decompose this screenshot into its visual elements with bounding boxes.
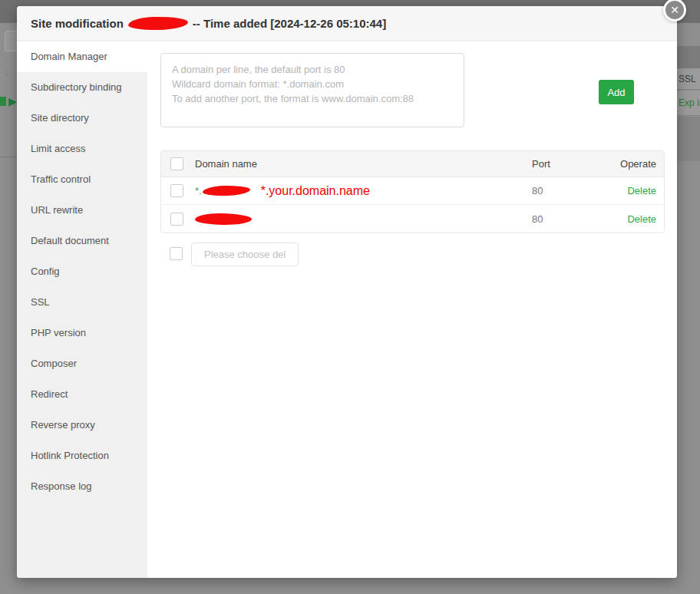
sidebar-item-hotlink-protection[interactable]: Hotlink Protection [17, 441, 147, 471]
table-row: *. *.your.domain.name 80 Delete [161, 177, 664, 205]
footer-select-checkbox[interactable] [170, 247, 183, 260]
ssl-column-label: SSL [679, 74, 696, 84]
sidebar-item-traffic-control[interactable]: Traffic control [17, 164, 147, 195]
redaction-scribble [128, 16, 188, 30]
background-divider [0, 157, 17, 157]
sidebar-item-default-document[interactable]: Default document [17, 226, 147, 256]
sidebar-item-config[interactable]: Config [17, 256, 147, 287]
sidebar-item-subdirectory-binding[interactable]: Subdirectory binding [17, 72, 147, 103]
sort-arrow-icon: ↓ [4, 66, 9, 78]
row-checkbox[interactable] [170, 213, 183, 226]
table-row: 80 Delete [161, 205, 664, 233]
port-value: 80 [526, 213, 595, 225]
delete-link[interactable]: Delete [627, 213, 656, 225]
domain-annotation: *.your.domain.name [261, 184, 370, 198]
sidebar-item-composer[interactable]: Composer [17, 348, 147, 379]
domain-name-header: Domain name [195, 158, 526, 170]
redaction-scribble [195, 213, 252, 225]
add-domain-button[interactable]: Add [599, 80, 634, 104]
sidebar-item-url-rewrite[interactable]: URL rewrite [17, 195, 147, 226]
sidebar-item-redirect[interactable]: Redirect [17, 379, 147, 410]
sidebar-item-reverse-proxy[interactable]: Reverse proxy [17, 410, 147, 441]
background-status-icons: ▶ [0, 96, 17, 107]
port-header: Port [526, 158, 595, 170]
operate-header: Operate [595, 158, 664, 170]
status-green-icon [0, 97, 6, 106]
sidebar-item-domain-manager[interactable]: Domain Manager [17, 41, 147, 72]
dialog-title-suffix: -- Time added [2024-12-26 05:10:44] [193, 17, 386, 30]
select-all-checkbox[interactable] [170, 157, 183, 170]
wildcard-prefix: *. [195, 185, 202, 196]
sidebar-item-site-directory[interactable]: Site directory [17, 103, 147, 134]
dialog-title: Site modification -- Time added [2024-12… [31, 17, 386, 30]
redaction-scribble [203, 185, 250, 196]
domain-input[interactable] [160, 53, 464, 127]
dialog-sidebar: Domain Manager Subdirectory binding Site… [17, 41, 147, 578]
sidebar-item-ssl[interactable]: SSL [17, 287, 147, 318]
domain-table: Domain name Port Operate *. *.your.domai… [160, 150, 665, 233]
sidebar-item-php-version[interactable]: PHP version [17, 318, 147, 348]
site-modification-dialog: Site modification -- Time added [2024-12… [17, 6, 677, 578]
batch-delete-button[interactable]: Please choose del [191, 243, 299, 266]
table-header-row: Domain name Port Operate [161, 151, 664, 177]
sidebar-item-response-log[interactable]: Response log [17, 471, 147, 502]
dialog-title-bar: Site modification -- Time added [2024-12… [17, 6, 677, 41]
port-value: 80 [526, 185, 595, 196]
row-checkbox[interactable] [170, 184, 183, 197]
close-icon: ✕ [670, 4, 679, 16]
expiry-text: Exp in [679, 97, 700, 108]
domain-manager-panel: Add Domain name Port Operate *. *.your.d… [147, 41, 677, 578]
dialog-title-prefix: Site modification [31, 17, 124, 30]
sidebar-item-limit-access[interactable]: Limit access [17, 134, 147, 164]
delete-link[interactable]: Delete [627, 185, 656, 196]
play-icon: ▶ [8, 96, 17, 107]
